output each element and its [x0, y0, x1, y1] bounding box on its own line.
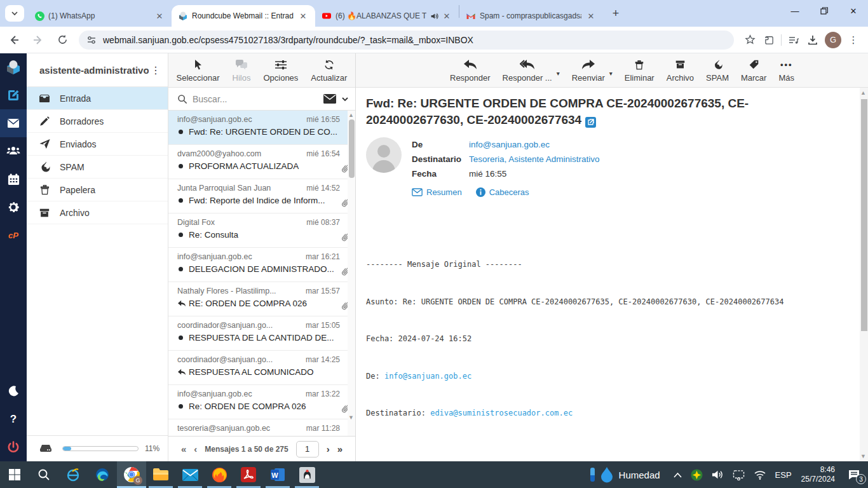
- minimize-button[interactable]: —: [780, 0, 810, 22]
- reply-all-dropdown-icon[interactable]: ▾: [557, 70, 560, 77]
- select-button[interactable]: Seleccionar: [177, 58, 220, 83]
- rail-calendar-icon[interactable]: [0, 165, 27, 193]
- tab-search-button[interactable]: [5, 5, 24, 22]
- logout-icon[interactable]: [0, 433, 27, 461]
- reply-button[interactable]: Responder: [450, 58, 491, 83]
- first-page-icon[interactable]: «: [181, 444, 186, 454]
- body-de-link[interactable]: info@sanjuan.gob.ec: [384, 372, 471, 381]
- message-row[interactable]: Junta Parroquial San Juanmié 14:52 Fwd: …: [168, 179, 355, 214]
- tab-youtube[interactable]: (6) 🔥ALABANZAS QUE TRA ✕: [315, 5, 459, 27]
- back-button[interactable]: [4, 30, 24, 50]
- from-address-link[interactable]: info@sanjuan.gob.ec: [469, 140, 550, 149]
- refresh-button[interactable]: Actualizar: [311, 58, 347, 83]
- tab-close-icon[interactable]: ✕: [585, 10, 597, 22]
- cabeceras-button[interactable]: Cabeceras: [476, 187, 529, 197]
- taskbar-acrobat-icon[interactable]: [234, 461, 263, 488]
- tab-roundcube-active[interactable]: Roundcube Webmail :: Entrada ✕: [172, 5, 315, 27]
- rail-mail-icon[interactable]: [0, 109, 27, 137]
- threads-button[interactable]: Hilos: [233, 58, 251, 83]
- message-row[interactable]: tesoreria@sanjuan.gob.ecmar 11:28: [168, 419, 355, 436]
- folder-borradores[interactable]: Borradores: [27, 110, 168, 133]
- folder-entrada[interactable]: Entrada: [27, 87, 168, 110]
- new-tab-button[interactable]: +: [607, 4, 625, 22]
- taskbar-word-icon[interactable]: W: [263, 461, 292, 488]
- reply-all-button[interactable]: Responder ...: [503, 58, 552, 83]
- scroll-down-icon[interactable]: ▼: [860, 453, 866, 459]
- browser-menu-icon[interactable]: ⋮: [844, 30, 863, 50]
- site-settings-icon[interactable]: [86, 35, 97, 45]
- taskbar-java-icon[interactable]: [292, 461, 322, 488]
- url-text[interactable]: webmail.sanjuan.gob.ec/cpsess4751027183/…: [103, 35, 473, 45]
- message-row[interactable]: coordinador@sanjuan.go...mar 15:05 RESPU…: [168, 316, 355, 351]
- to-recipients-link[interactable]: Tesoreria, Asistente Administrativo: [469, 154, 600, 164]
- tray-expand-icon[interactable]: [669, 461, 686, 488]
- taskbar-search-icon[interactable]: [29, 461, 58, 488]
- message-row[interactable]: info@sanjuan.gob.ecmié 16:55 Fwd: Re: UR…: [168, 111, 355, 145]
- forward-button[interactable]: [28, 30, 48, 50]
- bookmark-star-icon[interactable]: [740, 30, 759, 50]
- weather-widget[interactable]: Humedad: [581, 466, 669, 483]
- tray-antivirus-icon[interactable]: [686, 461, 707, 488]
- mail-scroll-thumb[interactable]: [861, 99, 867, 331]
- rail-contacts-icon[interactable]: [0, 137, 27, 165]
- delete-button[interactable]: Eliminar: [625, 58, 654, 83]
- taskbar-mail-icon[interactable]: [175, 461, 205, 488]
- mail-scrollbar[interactable]: ▲ ▼: [860, 88, 868, 461]
- options-button[interactable]: Opciones: [263, 58, 298, 83]
- scroll-down-icon[interactable]: ▼: [348, 414, 354, 421]
- message-row[interactable]: info@sanjuan.gob.ecmar 13:22 Re: ORDEN D…: [168, 385, 355, 419]
- taskbar-firefox-icon[interactable]: [205, 461, 234, 488]
- folder-spam[interactable]: SPAM: [27, 156, 168, 179]
- cpanel-icon[interactable]: cP: [0, 221, 27, 249]
- taskbar-chrome-icon[interactable]: G: [117, 461, 146, 488]
- tab-audio-icon[interactable]: [430, 12, 438, 20]
- tray-display-icon[interactable]: [728, 461, 749, 488]
- taskbar-ie-icon[interactable]: [58, 461, 88, 488]
- search-scope-mail-icon[interactable]: [323, 94, 336, 104]
- tray-wifi-icon[interactable]: [749, 461, 771, 488]
- search-options-chevron-icon[interactable]: [341, 95, 349, 103]
- start-button[interactable]: [0, 461, 29, 488]
- taskbar-edge-icon[interactable]: [88, 461, 117, 488]
- message-row[interactable]: Nathaly Flores - Plastilimp...mar 15:57 …: [168, 282, 355, 316]
- rail-settings-icon[interactable]: [0, 193, 27, 221]
- message-row[interactable]: Digital Foxmié 08:37 Re: Consulta: [168, 214, 355, 248]
- folder-options-icon[interactable]: ⋮: [149, 64, 163, 76]
- dark-mode-icon[interactable]: [0, 377, 27, 405]
- resumen-button[interactable]: Resumen: [412, 187, 462, 197]
- tab-whatsapp[interactable]: (1) WhatsApp ✕: [28, 5, 172, 27]
- page-input[interactable]: [296, 441, 319, 458]
- downloads-icon[interactable]: [803, 30, 822, 50]
- reload-button[interactable]: [52, 30, 72, 50]
- forward-dropdown-icon[interactable]: ▾: [609, 70, 613, 77]
- roundcube-logo[interactable]: [0, 53, 27, 81]
- message-row[interactable]: dvam2000@yahoo.commié 16:54 PROFORMA ACT…: [168, 145, 355, 179]
- list-scroll-thumb[interactable]: [349, 119, 355, 178]
- message-row[interactable]: info@sanjuan.gob.ecmar 16:21 DELEGACION …: [168, 248, 355, 282]
- search-input[interactable]: [193, 94, 318, 104]
- compose-button[interactable]: [0, 81, 27, 109]
- profile-avatar[interactable]: G: [825, 32, 841, 48]
- list-scrollbar[interactable]: ▲ ▼: [348, 111, 355, 436]
- prev-page-icon[interactable]: ‹: [194, 444, 197, 454]
- tab-close-icon[interactable]: ✕: [154, 10, 165, 22]
- tray-volume-icon[interactable]: [707, 461, 728, 488]
- restore-button[interactable]: [810, 0, 839, 22]
- notification-center-icon[interactable]: 3: [840, 461, 868, 488]
- scroll-up-icon[interactable]: ▲: [860, 90, 866, 96]
- extension-icon[interactable]: [759, 30, 778, 50]
- tab-gmail[interactable]: Spam - compraspublicasgadsan ✕: [459, 5, 603, 27]
- tab-close-icon[interactable]: ✕: [297, 10, 309, 22]
- taskbar-explorer-icon[interactable]: [146, 461, 175, 488]
- last-page-icon[interactable]: »: [337, 444, 342, 454]
- body-dest-link[interactable]: ediva@suministrosecuador.com.ec: [430, 409, 573, 417]
- mark-button[interactable]: Marcar: [741, 58, 766, 83]
- folder-archivo[interactable]: Archivo: [27, 201, 168, 224]
- folder-enviados[interactable]: Enviados: [27, 133, 168, 156]
- media-controls-icon[interactable]: [784, 30, 803, 50]
- spam-button[interactable]: SPAM: [706, 58, 729, 83]
- open-in-new-window-icon[interactable]: [585, 117, 596, 128]
- help-icon[interactable]: ?: [0, 405, 27, 433]
- archive-button[interactable]: Archivo: [667, 58, 694, 83]
- more-button[interactable]: ••• Más: [778, 58, 794, 83]
